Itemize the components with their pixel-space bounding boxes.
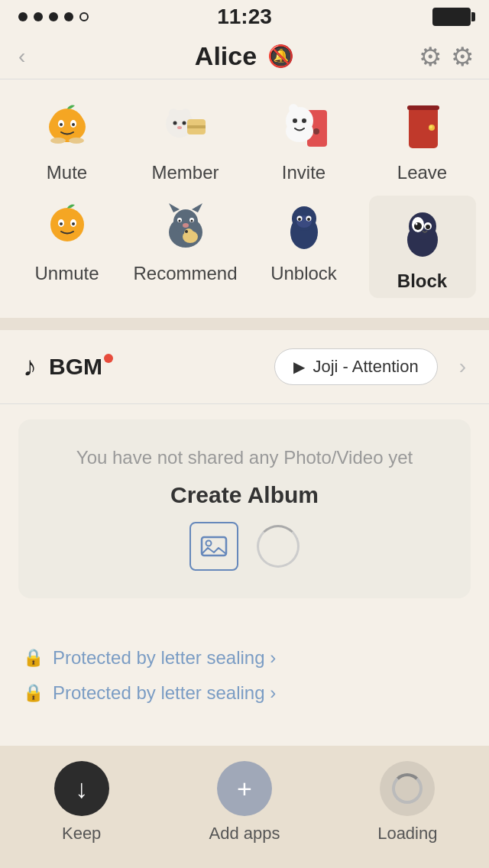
action-grid: Mute: [0, 79, 489, 318]
header: ‹ Alice 🔕 ⚙ ⚙: [0, 34, 489, 79]
leave-button[interactable]: Leave: [369, 95, 476, 183]
sealing-text-1: Protected by letter sealing ›: [53, 647, 276, 669]
unmute-label: Unmute: [34, 263, 99, 284]
svg-point-23: [289, 104, 298, 113]
thick-divider-1: [0, 318, 489, 330]
svg-point-40: [190, 220, 193, 222]
sealing-section: 🔒 Protected by letter sealing › 🔒 Protec…: [0, 632, 489, 727]
block-label: Block: [397, 270, 447, 292]
svg-point-28: [50, 208, 84, 241]
svg-point-6: [50, 138, 66, 144]
mute-icon[interactable]: 🔕: [267, 44, 294, 69]
member-svg: [158, 98, 213, 153]
svg-marker-36: [192, 203, 202, 212]
mute-svg: [40, 98, 95, 153]
loading-label: Loading: [377, 824, 437, 844]
unblock-label: Unblock: [270, 263, 337, 284]
gear-icon-2[interactable]: ⚙: [451, 41, 474, 72]
svg-point-43: [184, 228, 193, 238]
recommend-label: Recommend: [133, 263, 237, 284]
leave-label: Leave: [397, 162, 447, 183]
svg-point-22: [302, 118, 306, 123]
bgm-notification-dot: [104, 354, 113, 363]
dot5: [79, 12, 89, 21]
block-button[interactable]: Block: [369, 196, 476, 298]
dot4: [64, 12, 73, 21]
lock-icon-1: 🔒: [23, 648, 44, 668]
recommend-svg: [158, 199, 213, 254]
leave-icon-emoji: [392, 95, 453, 156]
svg-point-51: [307, 218, 310, 221]
album-box: You have not shared any Photo/Video yet …: [18, 419, 471, 598]
bgm-label: BGM: [49, 354, 102, 380]
status-time: 11:23: [217, 5, 272, 29]
svg-point-27: [429, 125, 432, 128]
svg-rect-26: [407, 105, 439, 110]
svg-point-58: [426, 225, 430, 229]
add-icon: +: [237, 774, 252, 804]
invite-button[interactable]: Invite: [251, 95, 358, 183]
bgm-track-button[interactable]: ▶ Joji - Attention: [274, 348, 437, 385]
bgm-chevron-icon[interactable]: ›: [459, 355, 466, 379]
sealing-text-2: Protected by letter sealing ›: [53, 682, 276, 704]
dot1: [18, 12, 28, 21]
track-name: Joji - Attention: [313, 357, 418, 377]
dot2: [34, 12, 43, 21]
block-svg: [395, 206, 450, 261]
svg-point-4: [60, 123, 63, 126]
svg-point-20: [286, 121, 313, 142]
svg-point-60: [206, 541, 212, 546]
album-create-button[interactable]: Create Album: [170, 482, 319, 508]
svg-point-12: [173, 121, 176, 125]
nav-add-apps[interactable]: + Add apps: [163, 761, 325, 844]
sealing-row-1[interactable]: 🔒 Protected by letter sealing ›: [23, 647, 466, 669]
gear-icon-1[interactable]: ⚙: [419, 41, 442, 72]
block-icon: [392, 203, 453, 264]
svg-point-21: [293, 118, 297, 123]
invite-icon-emoji: [274, 95, 335, 156]
keep-label: Keep: [62, 824, 101, 844]
photo-icon: [189, 522, 238, 571]
play-icon: ▶: [293, 358, 305, 376]
loading-spinner-nav: [392, 773, 423, 804]
svg-point-7: [69, 138, 84, 144]
album-section: You have not shared any Photo/Video yet …: [0, 404, 489, 617]
nav-loading: Loading: [326, 761, 489, 844]
sealing-row-2[interactable]: 🔒 Protected by letter sealing ›: [23, 682, 466, 704]
spacer: [0, 617, 489, 632]
leave-svg: [395, 98, 450, 153]
unblock-svg: [277, 199, 332, 254]
svg-point-41: [183, 223, 189, 228]
mute-button[interactable]: Mute: [14, 95, 121, 183]
keep-icon: ↓: [75, 774, 88, 804]
bottom-nav: ↓ Keep + Add apps Loading: [0, 746, 489, 868]
add-apps-label: Add apps: [209, 824, 280, 844]
unblock-button[interactable]: Unblock: [251, 196, 358, 298]
invite-label: Invite: [282, 162, 325, 183]
settings-icons: ⚙ ⚙: [419, 41, 474, 72]
music-icon: ♪: [23, 351, 37, 383]
keep-icon-wrap: ↓: [54, 761, 109, 816]
mute-label: Mute: [47, 162, 87, 183]
recommend-button[interactable]: Recommend: [132, 196, 239, 298]
unmute-icon: [37, 196, 98, 257]
member-label: Member: [151, 162, 219, 183]
grid-row-2: Unmute: [0, 196, 489, 298]
page-title: Alice: [195, 41, 257, 71]
svg-marker-35: [169, 203, 180, 212]
svg-point-31: [60, 222, 63, 225]
svg-point-14: [177, 126, 182, 129]
dot3: [49, 12, 58, 21]
back-button[interactable]: ‹: [18, 44, 25, 69]
bgm-section: ♪ BGM ▶ Joji - Attention ›: [0, 330, 489, 403]
unmute-button[interactable]: Unmute: [14, 196, 121, 298]
nav-keep[interactable]: ↓ Keep: [0, 761, 163, 844]
invite-svg: [277, 98, 332, 153]
loading-spinner: [257, 525, 300, 568]
grid-row-1: Mute: [0, 95, 489, 183]
svg-point-5: [72, 123, 75, 126]
status-bar: 11:23: [0, 0, 489, 34]
svg-point-13: [182, 121, 186, 125]
member-button[interactable]: Member: [132, 95, 239, 183]
svg-rect-16: [187, 125, 206, 128]
